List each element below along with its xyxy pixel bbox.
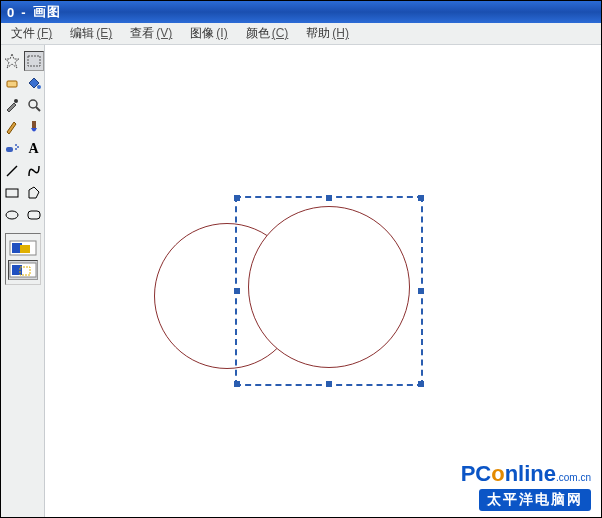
tool-ellipse[interactable] bbox=[2, 205, 22, 225]
svg-line-6 bbox=[36, 107, 40, 111]
tool-magnifier[interactable] bbox=[24, 95, 44, 115]
window-title: 画图 bbox=[33, 3, 61, 21]
svg-rect-8 bbox=[6, 147, 13, 152]
canvas[interactable] bbox=[45, 45, 601, 517]
tool-eraser[interactable] bbox=[2, 73, 22, 93]
svg-rect-1 bbox=[28, 56, 40, 66]
toolbox: A bbox=[1, 45, 45, 517]
tool-airbrush[interactable] bbox=[2, 139, 22, 159]
menu-view-label: 查看 bbox=[130, 26, 154, 40]
handle-sw[interactable] bbox=[234, 381, 240, 387]
svg-rect-16 bbox=[28, 211, 40, 219]
rect-select-icon bbox=[26, 53, 42, 69]
star-select-icon bbox=[4, 53, 20, 69]
menu-file-hotkey: (F) bbox=[37, 26, 52, 40]
handle-s[interactable] bbox=[326, 381, 332, 387]
svg-point-9 bbox=[15, 144, 17, 146]
tool-rectangle[interactable] bbox=[2, 183, 22, 203]
rectangle-icon bbox=[4, 185, 20, 201]
option-transparent[interactable] bbox=[8, 260, 38, 280]
menu-image-label: 图像 bbox=[190, 26, 214, 40]
tool-fill[interactable] bbox=[24, 73, 44, 93]
menu-image[interactable]: 图像(I) bbox=[184, 23, 233, 44]
handle-w[interactable] bbox=[234, 288, 240, 294]
airbrush-icon bbox=[4, 141, 20, 157]
title-sep: - bbox=[21, 5, 26, 20]
menu-edit-hotkey: (E) bbox=[96, 26, 112, 40]
tool-line[interactable] bbox=[2, 161, 22, 181]
svg-rect-2 bbox=[7, 81, 17, 87]
tool-free-form-select[interactable] bbox=[2, 51, 22, 71]
brush-icon bbox=[26, 119, 42, 135]
ellipse-icon bbox=[4, 207, 20, 223]
svg-marker-14 bbox=[29, 187, 39, 198]
handle-n[interactable] bbox=[326, 195, 332, 201]
line-icon bbox=[4, 163, 20, 179]
menu-colors-label: 颜色 bbox=[246, 26, 270, 40]
tool-curve[interactable] bbox=[24, 161, 44, 181]
svg-point-5 bbox=[29, 100, 37, 108]
text-icon: A bbox=[28, 141, 38, 157]
svg-rect-19 bbox=[20, 245, 30, 253]
menu-help-hotkey: (H) bbox=[332, 26, 349, 40]
tool-picker[interactable] bbox=[2, 95, 22, 115]
menu-colors[interactable]: 颜色(C) bbox=[240, 23, 295, 44]
polygon-icon bbox=[26, 185, 42, 201]
svg-point-10 bbox=[17, 146, 19, 148]
fill-icon bbox=[26, 75, 42, 91]
menu-edit[interactable]: 编辑(E) bbox=[64, 23, 118, 44]
svg-rect-13 bbox=[6, 189, 18, 197]
svg-point-15 bbox=[6, 211, 18, 219]
svg-point-4 bbox=[14, 99, 18, 103]
tool-grid: A bbox=[0, 49, 46, 227]
selection-options bbox=[5, 233, 41, 285]
tool-rect-select[interactable] bbox=[24, 51, 44, 71]
menu-help[interactable]: 帮助(H) bbox=[300, 23, 355, 44]
tool-rounded-rect[interactable] bbox=[24, 205, 44, 225]
menu-file[interactable]: 文件(F) bbox=[5, 23, 58, 44]
opaque-option-icon bbox=[9, 240, 37, 256]
handle-e[interactable] bbox=[418, 288, 424, 294]
magnifier-icon bbox=[26, 97, 42, 113]
eraser-icon bbox=[4, 75, 20, 91]
canvas-circle-2 bbox=[248, 206, 410, 368]
rounded-rect-icon bbox=[26, 207, 42, 223]
menu-colors-hotkey: (C) bbox=[272, 26, 289, 40]
svg-point-3 bbox=[37, 85, 41, 89]
menubar: 文件(F) 编辑(E) 查看(V) 图像(I) 颜色(C) 帮助(H) bbox=[1, 23, 601, 45]
svg-rect-7 bbox=[32, 121, 36, 128]
svg-marker-0 bbox=[5, 54, 19, 68]
handle-ne[interactable] bbox=[418, 195, 424, 201]
handle-nw[interactable] bbox=[234, 195, 240, 201]
svg-line-12 bbox=[7, 166, 17, 176]
menu-view[interactable]: 查看(V) bbox=[124, 23, 178, 44]
menu-help-label: 帮助 bbox=[306, 26, 330, 40]
tool-pencil[interactable] bbox=[2, 117, 22, 137]
picker-icon bbox=[4, 97, 20, 113]
menu-file-label: 文件 bbox=[11, 26, 35, 40]
option-opaque[interactable] bbox=[8, 238, 38, 258]
curve-icon bbox=[26, 163, 42, 179]
handle-se[interactable] bbox=[418, 381, 424, 387]
svg-point-11 bbox=[15, 148, 17, 150]
menu-view-hotkey: (V) bbox=[156, 26, 172, 40]
titlebar: 0 - 画图 bbox=[1, 1, 601, 23]
pencil-icon bbox=[4, 119, 20, 135]
transparent-option-icon bbox=[9, 262, 37, 278]
menu-edit-label: 编辑 bbox=[70, 26, 94, 40]
tool-text[interactable]: A bbox=[24, 139, 44, 159]
title-prefix: 0 bbox=[7, 5, 15, 20]
tool-brush[interactable] bbox=[24, 117, 44, 137]
workspace: A bbox=[1, 45, 601, 517]
tool-polygon[interactable] bbox=[24, 183, 44, 203]
menu-image-hotkey: (I) bbox=[216, 26, 227, 40]
